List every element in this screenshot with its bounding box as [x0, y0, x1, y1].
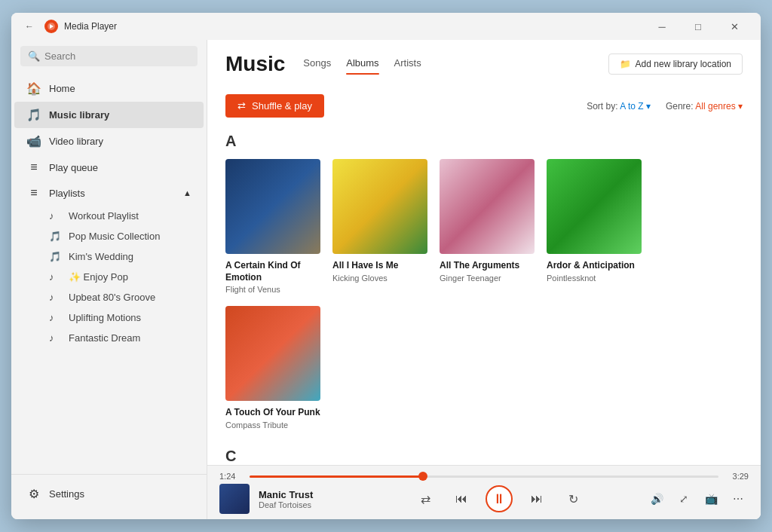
- album-grid-a: A Certain Kind Of Emotion Flight of Venu…: [225, 159, 743, 430]
- search-input[interactable]: [44, 50, 190, 62]
- genre-label: Genre: All genres ▾: [666, 101, 743, 112]
- playlist-item-fantastic[interactable]: ♪ Fantastic Dream: [14, 328, 204, 348]
- sidebar-item-video-library[interactable]: 📹 Video library: [14, 128, 204, 154]
- sidebar: 🔍 🏠 Home 🎵 Music library 📹 Video library…: [11, 40, 207, 519]
- fullscreen-button[interactable]: ⤢: [673, 488, 694, 509]
- titlebar-left: ← Media Player: [20, 17, 117, 35]
- progress-fill: [250, 475, 423, 478]
- sidebar-item-music-library[interactable]: 🎵 Music library: [14, 102, 204, 128]
- pause-button[interactable]: ⏸: [486, 485, 513, 512]
- now-playing-title: Manic Trust: [259, 489, 385, 500]
- now-playing-artist: Deaf Tortoises: [259, 500, 385, 509]
- repeat-button[interactable]: ↻: [561, 487, 585, 511]
- maximize-button[interactable]: □: [681, 15, 715, 38]
- sidebar-item-home[interactable]: 🏠 Home: [14, 75, 204, 102]
- playlist-item-kims-wedding[interactable]: 🎵 Kim's Wedding: [14, 246, 204, 267]
- album-artist: Compass Tribute: [225, 420, 320, 430]
- previous-button[interactable]: ⏮: [449, 487, 473, 511]
- playlist-item-pop-music[interactable]: 🎵 Pop Music Collection: [14, 226, 204, 246]
- sidebar-bottom: ⚙ Settings: [11, 474, 207, 513]
- player-right-controls: 🔊 ⤢ 📺 ⋯: [613, 488, 749, 509]
- album-item[interactable]: A Certain Kind Of Emotion Flight of Venu…: [225, 159, 320, 294]
- album-cover: [225, 306, 320, 401]
- album-artist: Pointlessknot: [547, 274, 642, 283]
- album-art: [219, 484, 250, 514]
- album-item[interactable]: Ardor & Anticipation Pointlessknot: [547, 159, 642, 294]
- sort-value[interactable]: A to Z ▾: [620, 101, 651, 112]
- chevron-up-icon: ▲: [183, 188, 191, 197]
- playlists-section[interactable]: ≡ Playlists ▲: [14, 180, 204, 206]
- music-note-icon: ♪: [49, 332, 61, 344]
- music-note-icon: ♪: [49, 210, 61, 222]
- sidebar-item-settings[interactable]: ⚙ Settings: [14, 481, 204, 507]
- window-title: Media Player: [64, 21, 117, 32]
- music-note-icon: ♪: [49, 271, 61, 283]
- album-title: A Certain Kind Of Emotion: [225, 260, 320, 283]
- progress-thumb: [418, 472, 427, 481]
- actions-row: ⇄ Shuffle & play Sort by: A to Z ▾ Genre…: [207, 85, 761, 127]
- music-note-icon: 🎵: [49, 231, 61, 242]
- genre-value[interactable]: All genres ▾: [695, 101, 743, 112]
- progress-bar-container: 1:24 3:29: [219, 466, 749, 484]
- add-library-button[interactable]: 📁 Add new library location: [608, 54, 743, 75]
- app-icon: [44, 20, 58, 33]
- queue-icon: ≡: [26, 161, 41, 174]
- playlist-item-upbeat[interactable]: ♪ Upbeat 80's Groove: [14, 287, 204, 307]
- player-center-controls: ⇄ ⏮ ⏸ ⏭ ↻: [385, 485, 613, 512]
- more-button[interactable]: ⋯: [728, 488, 749, 509]
- current-time: 1:24: [219, 472, 244, 481]
- back-button[interactable]: ←: [20, 17, 38, 35]
- settings-icon: ⚙: [26, 487, 41, 501]
- album-title: Ardor & Anticipation: [547, 260, 642, 272]
- album-scroll-area[interactable]: A A Certain Kind Of Emotion Flight of Ve…: [207, 127, 761, 465]
- close-button[interactable]: ✕: [717, 15, 752, 38]
- album-title: A Touch Of Your Punk: [225, 407, 320, 419]
- album-item[interactable]: All The Arguments Ginger Teenager: [440, 159, 535, 294]
- content-header: Music Songs Albums Artists 📁: [207, 40, 761, 85]
- album-artist: Flight of Venus: [225, 285, 320, 294]
- player-bar: 1:24 3:29 Manic Trust Deaf Tortoises: [207, 465, 761, 519]
- playlist-item-enjoy-pop[interactable]: ♪ ✨ Enjoy Pop: [14, 267, 204, 287]
- content-area: Music Songs Albums Artists 📁: [207, 40, 761, 519]
- sidebar-item-play-queue[interactable]: ≡ Play queue: [14, 154, 204, 180]
- tab-albums[interactable]: Albums: [346, 57, 378, 72]
- album-cover: [225, 159, 320, 254]
- shuffle-icon: ⇄: [237, 100, 246, 112]
- shuffle-play-button[interactable]: ⇄ Shuffle & play: [225, 94, 324, 118]
- album-cover: [440, 159, 535, 254]
- page-title: Music: [225, 52, 285, 76]
- album-title: All I Have Is Me: [332, 260, 427, 272]
- music-note-icon: ♪: [49, 292, 61, 303]
- tab-artists[interactable]: Artists: [394, 57, 421, 72]
- album-item[interactable]: All I Have Is Me Kicking Gloves: [332, 159, 427, 294]
- music-note-icon: 🎵: [49, 251, 61, 262]
- minimize-button[interactable]: ─: [645, 15, 679, 38]
- music-note-icon: ♪: [49, 312, 61, 323]
- playlist-item-uplifting[interactable]: ♪ Uplifting Motions: [14, 307, 204, 328]
- titlebar: ← Media Player ─ □ ✕: [11, 13, 761, 40]
- home-icon: 🏠: [26, 81, 41, 96]
- progress-track[interactable]: [250, 475, 718, 478]
- sort-label: Sort by: A to Z ▾: [587, 101, 651, 112]
- volume-button[interactable]: 🔊: [646, 488, 667, 509]
- player-controls: Manic Trust Deaf Tortoises ⇄ ⏮ ⏸ ⏭ ↻ 🔊 ⤢: [219, 484, 749, 514]
- tab-songs[interactable]: Songs: [303, 57, 331, 72]
- content-top: Music Songs Albums Artists 📁: [225, 52, 743, 76]
- main-layout: 🔍 🏠 Home 🎵 Music library 📹 Video library…: [11, 40, 761, 519]
- section-c: C: [225, 448, 743, 465]
- album-item[interactable]: A Touch Of Your Punk Compass Tribute: [225, 306, 320, 430]
- search-box[interactable]: 🔍: [20, 46, 198, 66]
- next-button[interactable]: ⏭: [525, 487, 549, 511]
- tabs: Songs Albums Artists: [303, 57, 421, 72]
- album-cover: [547, 159, 642, 254]
- add-icon: 📁: [620, 59, 631, 69]
- now-playing-info: Manic Trust Deaf Tortoises: [259, 489, 385, 509]
- total-time: 3:29: [725, 472, 749, 481]
- shuffle-button[interactable]: ⇄: [413, 487, 437, 511]
- now-playing: Manic Trust Deaf Tortoises: [219, 484, 385, 514]
- playlist-item-workout[interactable]: ♪ Workout Playlist: [14, 206, 204, 226]
- video-icon: 📹: [26, 134, 41, 148]
- album-title: All The Arguments: [440, 260, 535, 272]
- sort-genre-controls: Sort by: A to Z ▾ Genre: All genres ▾: [587, 101, 743, 112]
- cast-button[interactable]: 📺: [700, 488, 721, 509]
